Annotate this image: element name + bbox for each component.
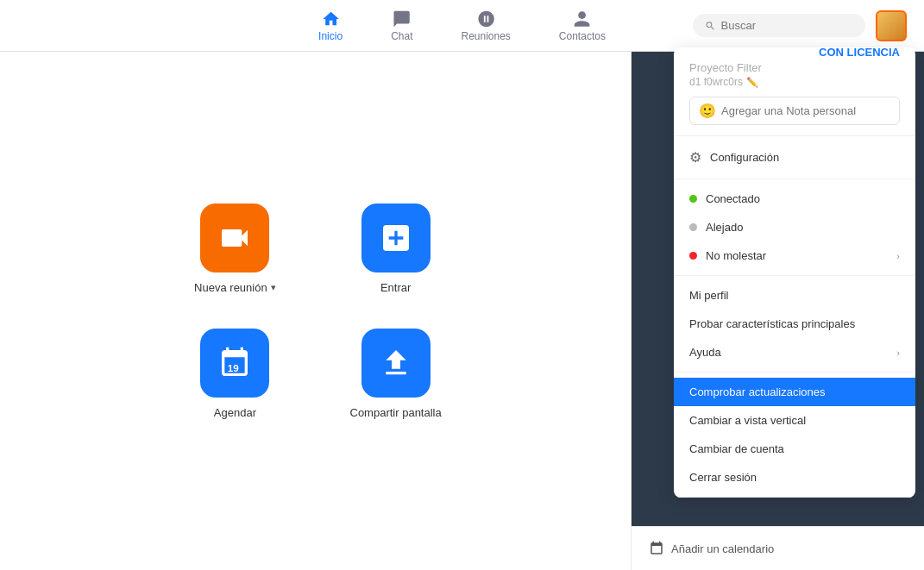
nav-item-contactos[interactable]: Contactos: [552, 6, 613, 46]
dropdown-user-email: d1 f0wrc0rs ✏️: [689, 76, 900, 88]
entrar-label: Entrar: [380, 281, 411, 294]
menu-item-mi-perfil[interactable]: Mi perfil: [674, 281, 915, 310]
left-panel: Nueva reunión ▾ Entrar 19 Age: [0, 52, 631, 570]
menu-item-cambiar-cuenta[interactable]: Cambiar de cuenta: [674, 435, 915, 463]
dropdown-header: Proyecto Filter CON LICENCIA d1 f0wrc0rs…: [674, 47, 915, 136]
topnav-right: [693, 10, 907, 41]
menu-item-ayuda[interactable]: Ayuda ›: [674, 338, 915, 366]
menu-item-conectado[interactable]: Conectado: [674, 185, 915, 213]
search-input[interactable]: [721, 19, 854, 32]
dropdown-section-actions: Comprobar actualizaciones Cambiar a vist…: [674, 373, 915, 498]
search-box[interactable]: [693, 14, 865, 37]
nav-item-chat[interactable]: Chat: [384, 6, 419, 46]
nav-item-inicio[interactable]: Inicio: [311, 6, 349, 46]
nueva-reunion-icon-bg: [200, 204, 269, 272]
agendar-label: Agendar: [214, 406, 256, 419]
add-calendar-label: Añadir un calendario: [671, 542, 774, 555]
action-agendar[interactable]: 19 Agendar: [189, 329, 280, 419]
dropdown-section-settings: ⚙ Configuración: [674, 136, 915, 179]
topnav: Inicio Chat Reuniones Contactos: [0, 0, 924, 52]
action-grid: Nueva reunión ▾ Entrar 19 Age: [189, 204, 441, 419]
nav-item-reuniones[interactable]: Reuniones: [454, 6, 517, 46]
dropdown-section-profile: Mi perfil Probar características princip…: [674, 276, 915, 373]
note-input[interactable]: [721, 104, 890, 117]
avatar-button[interactable]: [876, 10, 907, 41]
menu-item-alejado[interactable]: Alejado: [674, 213, 915, 241]
svg-text:19: 19: [228, 362, 239, 373]
chevron-right-icon-ayuda: ›: [896, 348, 900, 358]
action-compartir[interactable]: Compartir pantalla: [350, 329, 442, 419]
dropdown-user-name: Proyecto Filter: [689, 61, 762, 74]
status-dot-red: [689, 252, 697, 260]
smiley-icon: 🙂: [699, 103, 716, 119]
chevron-right-icon: ›: [896, 251, 900, 261]
nav-label-reuniones: Reuniones: [461, 30, 510, 42]
dropdown-menu: Proyecto Filter CON LICENCIA d1 f0wrc0rs…: [674, 47, 915, 498]
menu-item-no-molestar[interactable]: No molestar ›: [674, 241, 915, 270]
entrar-icon-bg: [361, 204, 431, 272]
gear-icon: ⚙: [689, 149, 701, 166]
dropdown-license: CON LICENCIA: [819, 47, 900, 59]
edit-icon: ✏️: [746, 77, 758, 88]
menu-item-comprobar-actualizaciones[interactable]: Comprobar actualizaciones: [674, 378, 915, 406]
nav-label-inicio: Inicio: [318, 30, 343, 42]
action-entrar[interactable]: Entrar: [350, 204, 442, 294]
nav-center: Inicio Chat Reuniones Contactos: [311, 6, 613, 46]
menu-item-cerrar-sesion[interactable]: Cerrar sesión: [674, 463, 915, 492]
menu-item-cambiar-vista-vertical[interactable]: Cambiar a vista vertical: [674, 406, 915, 435]
nueva-reunion-label: Nueva reunión ▾: [194, 281, 276, 294]
dropdown-note-field[interactable]: 🙂: [689, 97, 900, 125]
menu-item-probar-caracteristicas[interactable]: Probar características principales: [674, 310, 915, 338]
menu-item-configuracion[interactable]: ⚙ Configuración: [674, 141, 915, 173]
agendar-icon-bg: 19: [200, 329, 269, 398]
action-nueva-reunion[interactable]: Nueva reunión ▾: [189, 204, 280, 294]
compartir-icon-bg: [361, 329, 431, 398]
status-dot-green: [689, 195, 697, 203]
status-dot-gray: [689, 223, 697, 231]
chevron-down-icon: ▾: [271, 282, 276, 293]
nav-label-chat: Chat: [391, 30, 412, 42]
dropdown-section-status: Conectado Alejado No molestar ›: [674, 179, 915, 276]
compartir-label: Compartir pantalla: [350, 406, 442, 419]
nav-label-contactos: Contactos: [559, 30, 606, 42]
calendar-footer[interactable]: Añadir un calendario: [632, 526, 924, 570]
